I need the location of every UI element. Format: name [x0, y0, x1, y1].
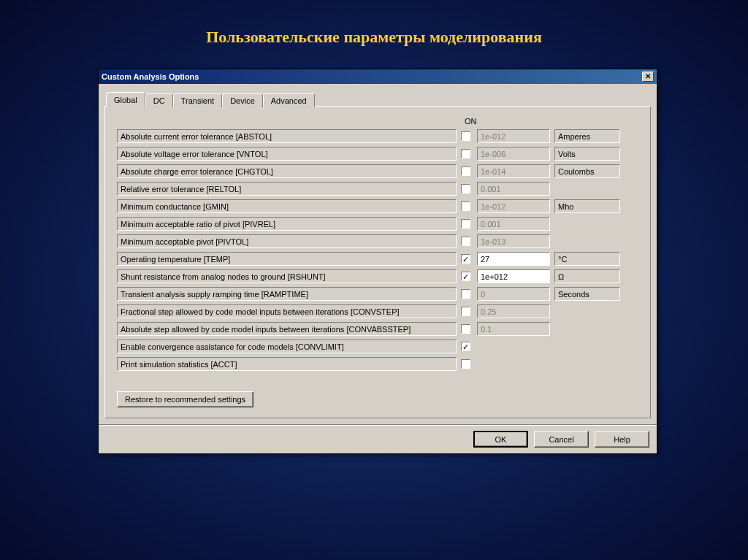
option-label: Absolute current error tolerance [ABSTOL…	[117, 129, 457, 143]
option-row: Minimum acceptable pivot [PIVTOL]1e-013	[117, 234, 643, 249]
checkbox-wrap	[457, 307, 474, 316]
option-row: Minimum conductance [GMIN]1e-012Mho	[117, 199, 643, 214]
tabs-row: GlobalDCTransientDeviceAdvanced	[106, 91, 651, 106]
option-row: Relative error tolerance [RELTOL]0.001	[117, 181, 643, 196]
dialog-title: Custom Analysis Options	[102, 72, 199, 81]
checkbox-wrap	[457, 131, 474, 141]
option-unit	[554, 234, 620, 248]
option-row: Transient analysis supply ramping time […	[117, 286, 643, 302]
option-row: Minimum acceptable ratio of pivot [PIVRE…	[117, 216, 643, 231]
dialog-body: GlobalDCTransientDeviceAdvanced ON Absol…	[99, 84, 657, 424]
checkbox-wrap: ✓	[457, 254, 474, 264]
option-checkbox[interactable]: ✓	[461, 272, 470, 281]
option-checkbox[interactable]: ✓	[461, 342, 470, 351]
dialog-buttons: OK Cancel Help	[99, 424, 657, 453]
option-value	[477, 357, 550, 371]
dialog-window: Custom Analysis Options ✕ GlobalDCTransi…	[98, 69, 657, 454]
option-label: Operating temperature [TEMP]	[117, 252, 457, 266]
option-value[interactable]: 27	[477, 252, 550, 266]
option-checkbox[interactable]	[461, 219, 470, 229]
option-unit: Coulombs	[554, 164, 620, 178]
checkbox-wrap	[457, 166, 474, 176]
tab-global[interactable]: Global	[106, 92, 145, 107]
option-label: Print simulation statistics [ACCT]	[117, 357, 457, 371]
option-label: Absolute step allowed by code model inpu…	[117, 322, 457, 336]
option-value: 0.001	[477, 182, 550, 196]
option-checkbox[interactable]	[461, 131, 470, 141]
option-value: 0.1	[477, 322, 550, 336]
checkbox-wrap	[457, 359, 474, 369]
option-value: 1e-013	[477, 234, 550, 248]
checkbox-wrap	[457, 237, 474, 246]
tab-transient[interactable]: Transient	[173, 93, 222, 107]
option-value: 1e-012	[477, 199, 550, 213]
option-unit	[554, 357, 620, 371]
option-row: Enable convergence assistance for code m…	[117, 339, 643, 354]
option-label: Relative error tolerance [RELTOL]	[117, 182, 457, 196]
option-label: Fractional step allowed by code model in…	[117, 304, 457, 318]
option-label: Minimum acceptable ratio of pivot [PIVRE…	[117, 217, 457, 231]
option-checkbox[interactable]	[461, 237, 470, 246]
option-unit	[554, 182, 620, 196]
option-checkbox[interactable]	[461, 307, 470, 316]
option-label: Enable convergence assistance for code m…	[117, 340, 457, 353]
option-unit	[554, 340, 620, 353]
option-checkbox[interactable]	[461, 289, 470, 299]
tab-panel-global: ON Absolute current error tolerance [ABS…	[104, 106, 651, 418]
option-checkbox[interactable]	[461, 202, 470, 211]
option-value: 1e-014	[477, 164, 550, 178]
on-column-header: ON	[465, 117, 643, 126]
checkbox-wrap	[457, 324, 474, 334]
option-row: Absolute voltage error tolerance [VNTOL]…	[117, 146, 643, 161]
checkbox-wrap	[457, 149, 474, 158]
restore-button[interactable]: Restore to recommended settings	[117, 391, 253, 407]
option-checkbox[interactable]	[461, 166, 470, 176]
checkbox-wrap	[457, 184, 474, 193]
option-row: Absolute current error tolerance [ABSTOL…	[117, 129, 643, 144]
cancel-button[interactable]: Cancel	[534, 431, 589, 448]
titlebar: Custom Analysis Options ✕	[99, 69, 657, 84]
option-unit	[554, 304, 620, 318]
option-label: Absolute charge error tolerance [CHGTOL]	[117, 164, 457, 178]
option-row: Absolute charge error tolerance [CHGTOL]…	[117, 164, 643, 179]
option-row: Fractional step allowed by code model in…	[117, 304, 643, 319]
checkbox-wrap: ✓	[457, 342, 474, 351]
option-label: Absolute voltage error tolerance [VNTOL]	[117, 147, 457, 161]
option-label: Minimum acceptable pivot [PIVTOL]	[117, 234, 457, 248]
option-row: Operating temperature [TEMP]✓27°C	[117, 251, 643, 266]
help-button[interactable]: Help	[595, 431, 649, 448]
option-unit: °C	[554, 252, 620, 266]
option-checkbox[interactable]	[461, 359, 470, 369]
checkbox-wrap	[457, 219, 474, 229]
option-unit: Amperes	[554, 129, 620, 143]
close-icon[interactable]: ✕	[642, 72, 654, 82]
checkbox-wrap	[457, 202, 474, 211]
option-unit: Ω	[554, 269, 620, 283]
option-unit	[554, 217, 620, 231]
option-label: Shunt resistance from analog nodes to gr…	[117, 269, 457, 283]
option-unit: Volts	[554, 147, 620, 161]
option-value: 1e-012	[477, 129, 550, 143]
option-unit	[554, 322, 620, 336]
option-checkbox[interactable]	[461, 149, 470, 158]
option-label: Minimum conductance [GMIN]	[117, 199, 457, 213]
ok-button[interactable]: OK	[473, 431, 528, 448]
tab-device[interactable]: Device	[222, 93, 263, 107]
tab-dc[interactable]: DC	[145, 93, 173, 107]
option-unit: Mho	[554, 199, 620, 213]
option-value: 0	[477, 287, 550, 301]
option-checkbox[interactable]: ✓	[461, 254, 470, 264]
option-row: Absolute step allowed by code model inpu…	[117, 321, 643, 337]
option-value: 1e-006	[477, 147, 550, 161]
option-value	[477, 340, 550, 353]
slide-title: Пользовательские параметры моделирования	[0, 0, 748, 61]
option-unit: Seconds	[554, 287, 620, 301]
tab-advanced[interactable]: Advanced	[263, 93, 315, 107]
option-value: 0.25	[477, 304, 550, 318]
option-value: 0.001	[477, 217, 550, 231]
option-checkbox[interactable]	[461, 184, 470, 193]
option-label: Transient analysis supply ramping time […	[117, 287, 457, 301]
option-value[interactable]: 1e+012	[477, 269, 550, 283]
checkbox-wrap: ✓	[457, 272, 474, 281]
option-checkbox[interactable]	[461, 324, 470, 334]
